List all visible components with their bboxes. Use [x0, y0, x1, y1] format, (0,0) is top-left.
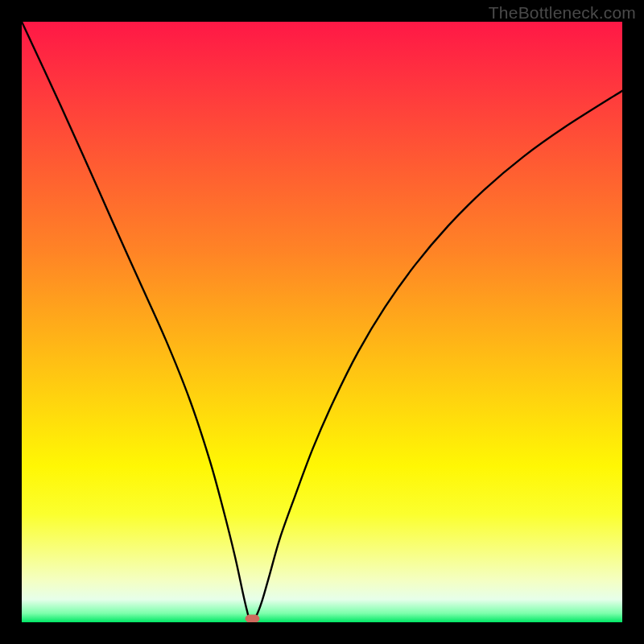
chart-frame: TheBottleneck.com	[0, 0, 644, 644]
minimum-marker	[246, 614, 260, 622]
watermark-text: TheBottleneck.com	[489, 3, 636, 23]
chart-svg	[22, 22, 622, 622]
plot-area	[22, 22, 622, 622]
gradient-background	[22, 22, 622, 622]
